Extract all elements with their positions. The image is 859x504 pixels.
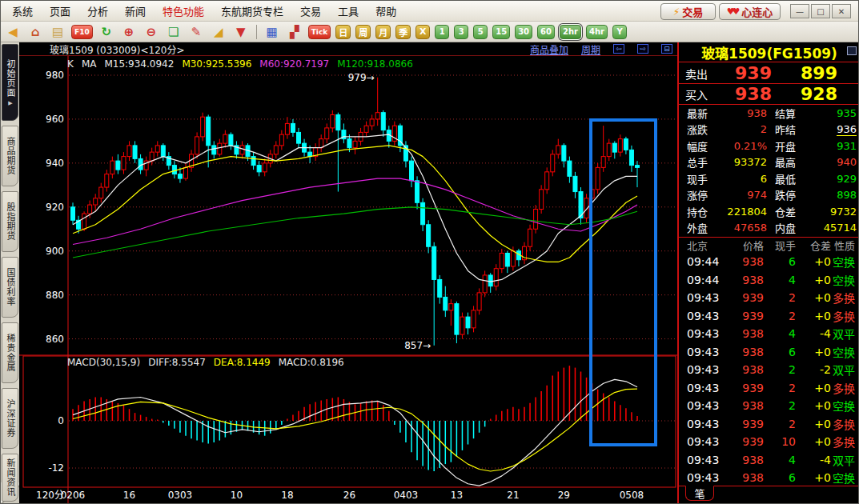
- tick-row[interactable]: 09:4393910+0多换: [679, 433, 859, 451]
- candle-body: [195, 137, 199, 154]
- refresh-icon[interactable]: ↻: [98, 24, 115, 40]
- candle-body: [551, 154, 555, 172]
- tick-row[interactable]: 09:449384+0空换: [679, 271, 859, 290]
- menu-item-特色功能[interactable]: 特色功能: [163, 3, 204, 18]
- candle-body: [375, 113, 379, 119]
- sidebar-tab-稀贵金属[interactable]: 稀贵金属: [2, 322, 18, 383]
- period-1min-button[interactable]: 1: [435, 25, 449, 39]
- maximize-button[interactable]: □: [811, 4, 830, 18]
- sidebar-tab-商品期货[interactable]: 商品期货: [2, 126, 18, 186]
- tick-row[interactable]: 09:439382-2双平: [679, 361, 859, 379]
- legend-k: K: [67, 58, 74, 70]
- quote-table-icon[interactable]: ▦: [263, 24, 281, 40]
- menu-item-工具[interactable]: 工具: [338, 3, 359, 18]
- trade-button[interactable]: ⚡ 交易: [660, 3, 716, 20]
- period-month-button[interactable]: 月: [375, 25, 391, 39]
- period-4hr-button[interactable]: 4hr: [586, 25, 608, 39]
- period-60min-button[interactable]: 60: [537, 25, 555, 39]
- zoom-out-icon[interactable]: ⊖: [142, 24, 160, 40]
- tick-oi-change: +0: [796, 382, 831, 394]
- period-2hr-button[interactable]: 2hr: [560, 25, 581, 39]
- nav-right-icon[interactable]: ⇨: [637, 44, 648, 54]
- menu-item-系统[interactable]: 系统: [12, 3, 33, 18]
- chart-region: 玻璃1509 (033009)<120分> 商品叠加 周期 ⇦ ⇨ ⊟ 9809…: [19, 42, 677, 503]
- nav-left-icon[interactable]: ⇦: [613, 44, 624, 54]
- tick-row[interactable]: 09:439384-4双平: [679, 325, 859, 343]
- tick-row[interactable]: 09:439386+0空换: [679, 469, 859, 486]
- period-5min-button[interactable]: 5: [473, 25, 488, 39]
- candle-body: [133, 146, 137, 158]
- tab-tick-detail[interactable]: 笔: [685, 486, 714, 501]
- candle-body: [511, 251, 515, 266]
- stat-value: 2: [724, 123, 775, 135]
- close-button[interactable]: ✕: [832, 4, 851, 18]
- tick-row[interactable]: 09:439384-4双平: [679, 451, 859, 470]
- tick-footer: 笔: [679, 486, 859, 503]
- macd-tick-label: -12: [48, 462, 64, 474]
- tick-button[interactable]: Tick: [308, 25, 331, 39]
- period-15min-button[interactable]: 15: [492, 25, 510, 39]
- period-link[interactable]: 周期: [581, 42, 600, 56]
- tick-table-header: 北京价格现手仓差性质: [679, 238, 859, 253]
- period-week-button[interactable]: 周: [355, 25, 371, 39]
- candlestick-macd-chart[interactable]: 9809609409209008808600-12120分02061603031…: [19, 42, 677, 504]
- sidebar-tab-股指期货[interactable]: 股指期货: [2, 191, 18, 252]
- trend-chart-icon[interactable]: ▞: [286, 24, 303, 40]
- y-axis-tick-label: 940: [46, 158, 64, 169]
- menu-item-页面[interactable]: 页面: [50, 3, 70, 18]
- period-season-button[interactable]: 季: [395, 25, 411, 39]
- period-30min-button[interactable]: 30: [515, 25, 532, 39]
- sidebar-tab-沪深证券[interactable]: 沪深证券: [2, 388, 18, 449]
- candle-body: [172, 166, 176, 174]
- candle-body: [223, 134, 227, 143]
- funnel-icon[interactable]: ▼: [232, 24, 250, 40]
- horn-icon[interactable]: ◢: [210, 24, 227, 40]
- menu-item-分析[interactable]: 分析: [87, 3, 108, 18]
- tick-table[interactable]: 09:449386+0空换09:449384+0空换09:439392+0多换0…: [679, 253, 859, 486]
- sidebar-tab-初始页面[interactable]: 初始页面▶: [2, 44, 18, 121]
- tick-nature: 空换: [831, 470, 859, 486]
- tick-time: 09:44: [679, 255, 725, 268]
- period-day-button[interactable]: 日: [335, 25, 351, 39]
- tick-row[interactable]: 09:439386+0空换: [679, 343, 859, 362]
- sidebar-tab-国债利率[interactable]: 国债利率: [2, 257, 18, 318]
- menu-item-新闻[interactable]: 新闻: [125, 3, 146, 18]
- restore-window-icon[interactable]: [847, 46, 857, 55]
- back-arrow-icon[interactable]: ◀: [4, 24, 22, 40]
- menu-item-帮助[interactable]: 帮助: [375, 3, 396, 18]
- tick-nature: 多换: [831, 416, 859, 432]
- tick-row[interactable]: 09:439392+0多换: [679, 379, 859, 398]
- notes-icon[interactable]: ▤: [49, 24, 66, 40]
- y-axis-tick-label: 880: [46, 290, 64, 301]
- menu-item-东航期货专栏[interactable]: 东航期货专栏: [221, 3, 283, 18]
- candle-body: [364, 126, 368, 132]
- tick-qty: 2: [764, 363, 796, 376]
- candle-body: [71, 207, 75, 220]
- candle-body: [460, 317, 464, 334]
- candle-body: [494, 269, 498, 286]
- candle-body: [556, 146, 560, 154]
- split-view-icon[interactable]: ⊟: [661, 44, 672, 54]
- tick-row[interactable]: 09:439392+0多换: [679, 289, 859, 307]
- overlay-link[interactable]: 商品叠加: [530, 42, 568, 56]
- period-year-button[interactable]: Y: [612, 25, 627, 39]
- tick-row[interactable]: 09:439382+0空换: [679, 397, 859, 415]
- period-3min-button[interactable]: 3: [454, 25, 468, 39]
- pencil-icon[interactable]: ✎: [187, 24, 205, 40]
- stat-label: 持仓: [687, 204, 724, 219]
- zoom-in-icon[interactable]: ⊕: [120, 24, 138, 40]
- f10-button[interactable]: F10: [71, 25, 93, 39]
- tick-row[interactable]: 09:439392+0多换: [679, 415, 859, 434]
- tick-price: 939: [725, 310, 764, 322]
- menu-item-交易[interactable]: 交易: [300, 3, 321, 18]
- tick-oi-change: +0: [796, 274, 831, 286]
- sidebar-tab-新闻资讯[interactable]: 新闻资讯: [2, 454, 18, 502]
- tick-row[interactable]: 09:439392+0多换: [679, 307, 859, 326]
- minimize-button[interactable]: —: [790, 4, 809, 18]
- tab-expand-arrow-icon[interactable]: ▶: [2, 100, 18, 106]
- period-x-button[interactable]: X: [415, 25, 430, 39]
- tick-row[interactable]: 09:449386+0空换: [679, 253, 859, 271]
- layers-icon[interactable]: ❏: [165, 24, 183, 40]
- home-icon[interactable]: ⌂: [26, 24, 44, 40]
- heart-link-button[interactable]: ♥♥ 心连心: [719, 3, 781, 20]
